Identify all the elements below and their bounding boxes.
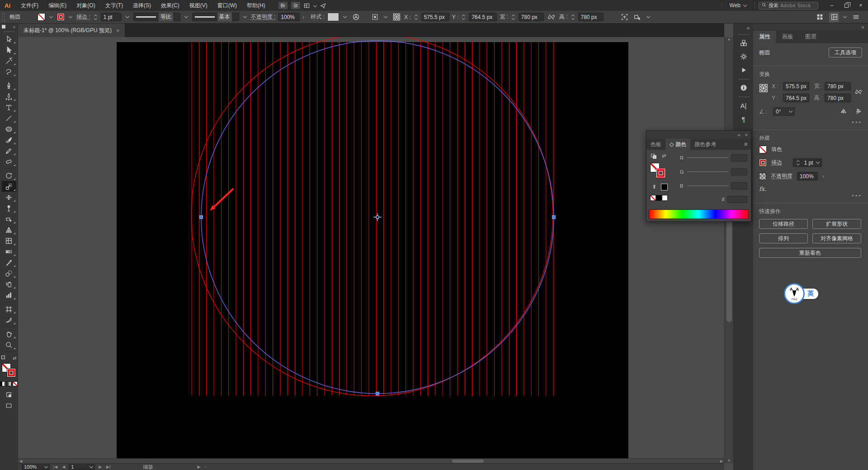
mesh-tool[interactable]	[2, 235, 16, 246]
zoom-level-dropdown[interactable]: 100%	[22, 464, 50, 470]
height-stepper[interactable]	[571, 15, 576, 19]
white-swatch[interactable]	[662, 195, 668, 201]
stroke-swatch[interactable]	[759, 159, 767, 166]
channel-slider[interactable]	[687, 171, 728, 172]
document-tab[interactable]: 未标题-1* @ 100% (RGB/GPU 预览) ×	[18, 24, 125, 37]
search-input[interactable]: 搜索 Adobe Stock	[759, 2, 818, 9]
gradient-mode-button[interactable]	[6, 381, 11, 386]
curvature-tool[interactable]	[2, 91, 16, 102]
slice-tool[interactable]	[2, 314, 16, 325]
tab-画板[interactable]: 画板	[776, 31, 799, 43]
color-panel-tab-颜色[interactable]: ◇颜色	[665, 139, 690, 150]
panel-menu-icon[interactable]	[851, 12, 861, 22]
last-color-swatch[interactable]	[661, 184, 668, 190]
stroke-dropdown[interactable]	[67, 13, 74, 21]
lasso-tool[interactable]	[2, 66, 16, 77]
status-back-icon[interactable]: ‹	[204, 465, 207, 469]
anchor-point[interactable]	[376, 392, 379, 395]
fill-stroke-toggle-icon[interactable]	[1, 356, 8, 361]
menu-item-3[interactable]: 文字(T)	[100, 0, 128, 11]
zoom-tool[interactable]	[2, 339, 16, 350]
constrain-proportions-icon[interactable]	[855, 88, 862, 97]
chevron-down-icon[interactable]	[843, 14, 847, 18]
hand-tool[interactable]	[2, 328, 16, 339]
brush-chevron[interactable]	[242, 13, 248, 21]
quick-action-button[interactable]: 对齐像素网格	[812, 233, 861, 243]
screen-mode-button[interactable]	[2, 400, 16, 411]
symbol-sprayer-tool[interactable]	[2, 279, 16, 290]
workspace-switcher[interactable]: Web	[725, 2, 751, 9]
fill-swatch-none[interactable]	[759, 146, 767, 153]
tab-图层[interactable]: 图层	[799, 31, 822, 43]
opacity-value[interactable]: 100%	[797, 172, 818, 180]
quick-action-button[interactable]: 扩展形状	[812, 219, 861, 229]
dock-grip[interactable]	[739, 79, 749, 80]
menu-item-6[interactable]: 视图(V)	[184, 0, 212, 11]
character-panel-icon[interactable]: A|	[736, 99, 752, 112]
ellipse-tool[interactable]	[2, 123, 16, 134]
style-swatch[interactable]	[327, 13, 339, 21]
hscroll-thumb[interactable]	[452, 460, 484, 463]
panel-grip[interactable]	[2, 13, 5, 22]
flip-horizontal-icon[interactable]	[840, 108, 847, 116]
width-profile-dropdown[interactable]: 等比	[133, 13, 180, 21]
stroke-weight-value[interactable]: 1 pt	[101, 13, 122, 21]
hex-input[interactable]	[727, 196, 747, 203]
black-swatch[interactable]	[656, 195, 662, 201]
channel-slider[interactable]	[687, 157, 728, 158]
fill-swatch-none[interactable]	[38, 13, 45, 21]
reference-point-grid[interactable]	[759, 84, 768, 94]
last-color-arrow-icon[interactable]: ⬆	[652, 184, 656, 190]
stroke-label[interactable]: 描边	[771, 159, 782, 166]
y-value[interactable]: 764.5 px	[469, 13, 497, 21]
eyedropper-tool[interactable]	[2, 257, 16, 268]
rotate-tool[interactable]	[2, 170, 16, 181]
tab-close-icon[interactable]: ×	[116, 27, 120, 34]
first-artboard-icon[interactable]: |◀	[52, 465, 58, 469]
rotation-dropdown[interactable]: 0°	[773, 107, 795, 116]
paintbrush-tool[interactable]	[2, 134, 16, 145]
profile-chevron[interactable]	[183, 13, 189, 21]
width-stepper[interactable]	[511, 15, 516, 19]
x-value[interactable]: 575.5 px	[421, 13, 449, 21]
channel-value-input[interactable]	[731, 168, 747, 176]
transform-chevron[interactable]	[645, 13, 651, 21]
perspective-grid-tool[interactable]	[2, 224, 16, 235]
swap-fill-stroke-icon[interactable]: ⇄	[13, 356, 16, 361]
info-icon[interactable]	[736, 81, 752, 95]
none-swatch[interactable]	[650, 195, 656, 201]
quick-action-button[interactable]: 位移路径	[759, 219, 808, 229]
canvas-viewport[interactable]	[18, 37, 724, 458]
align-objects-icon[interactable]	[370, 12, 380, 22]
fx-button[interactable]: fx.	[759, 185, 862, 192]
toolbar-expand-icon[interactable]: »	[13, 24, 18, 29]
anchor-point[interactable]	[552, 216, 556, 219]
expand-dock-icon[interactable]: »	[861, 24, 864, 30]
app-badge-st[interactable]: St	[291, 2, 300, 9]
brush-dropdown[interactable]: 基本	[192, 13, 239, 21]
opacity-value[interactable]: 100%	[278, 13, 300, 21]
color-panel-tab-颜色参考[interactable]: 颜色参考	[690, 139, 720, 150]
layout-icon[interactable]	[302, 0, 312, 10]
eraser-tool[interactable]	[2, 156, 16, 167]
horizontal-scrollbar[interactable]: ▶ ◀	[18, 458, 724, 463]
x-field[interactable]: 575.5 px	[783, 82, 809, 90]
collapse-dock-icon[interactable]: «	[746, 24, 753, 32]
menu-item-5[interactable]: 效果(C)	[156, 0, 184, 11]
stroke-stepper[interactable]	[93, 15, 98, 19]
paragraph-panel-icon[interactable]: ¶	[736, 112, 752, 126]
chevron-down-icon[interactable]	[313, 4, 316, 7]
width-value[interactable]: 780 px	[519, 13, 544, 21]
reference-point-grid[interactable]	[392, 12, 401, 22]
tab-属性[interactable]: 属性	[753, 31, 776, 43]
menu-item-1[interactable]: 编辑(E)	[43, 0, 71, 11]
prev-artboard-icon[interactable]: ◀	[61, 465, 66, 469]
line-tool[interactable]	[2, 113, 16, 123]
opacity-swatch[interactable]	[759, 173, 766, 180]
last-artboard-icon[interactable]: ▶|	[105, 465, 111, 469]
column-graph-tool[interactable]	[2, 290, 16, 300]
channel-value-input[interactable]	[731, 154, 747, 161]
artboard-number-dropdown[interactable]: 1	[69, 464, 95, 470]
quick-action-button[interactable]: 排列	[759, 233, 808, 243]
channel-value-input[interactable]	[731, 182, 747, 190]
